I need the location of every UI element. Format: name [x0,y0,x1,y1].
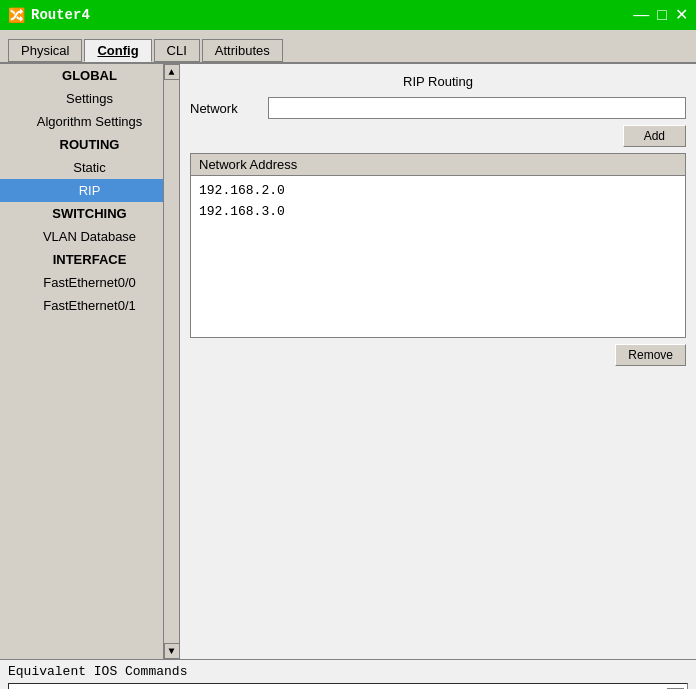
table-row[interactable]: 192.168.2.0 [199,180,677,201]
bottom-section: Equivalent IOS Commands Router>enable Ro… [0,659,696,689]
remove-btn-wrapper: Remove [190,344,686,366]
sidebar-item-algorithm-settings[interactable]: Algorithm Settings [0,110,179,133]
remove-button[interactable]: Remove [615,344,686,366]
scroll-down-arrow[interactable]: ▼ [164,643,180,659]
network-label: Network [190,101,260,116]
tab-config[interactable]: Config [84,39,151,62]
tab-cli[interactable]: CLI [154,39,200,62]
tab-attributes[interactable]: Attributes [202,39,283,62]
sidebar-item-settings[interactable]: Settings [0,87,179,110]
network-input[interactable] [268,97,686,119]
minimize-button[interactable]: — [633,7,649,23]
sidebar-inner: GLOBAL Settings Algorithm Settings ROUTI… [0,64,179,659]
console-area: Router>enable Router# Router#configure t… [8,683,688,689]
tabbar: Physical Config CLI Attributes [0,30,696,64]
sidebar-item-fastethernet01[interactable]: FastEthernet0/1 [0,294,179,317]
scroll-up-arrow[interactable]: ▲ [164,64,180,80]
app-icon: 🔀 [8,7,25,24]
sidebar: GLOBAL Settings Algorithm Settings ROUTI… [0,64,180,659]
titlebar-left: 🔀 Router4 [8,7,90,24]
sidebar-item-routing-header: ROUTING [0,133,179,156]
sidebar-item-static[interactable]: Static [0,156,179,179]
add-btn-wrapper: Add [190,125,686,147]
sidebar-item-rip[interactable]: RIP [0,179,179,202]
panel-title: RIP Routing [190,74,686,89]
network-table-body: 192.168.2.0 192.168.3.0 [191,176,685,226]
app-title: Router4 [31,7,90,23]
network-row: Network [190,97,686,119]
sidebar-item-interface-header: INTERFACE [0,248,179,271]
sidebar-item-vlan-database[interactable]: VLAN Database [0,225,179,248]
bottom-title: Equivalent IOS Commands [8,664,688,679]
network-table: Network Address 192.168.2.0 192.168.3.0 [190,153,686,338]
sidebar-item-fastethernet00[interactable]: FastEthernet0/0 [0,271,179,294]
tab-physical[interactable]: Physical [8,39,82,62]
add-button[interactable]: Add [623,125,686,147]
titlebar-controls: — □ ✕ [633,7,688,23]
sidebar-item-global: GLOBAL [0,64,179,87]
sidebar-scrollbar: ▲ ▼ [163,64,179,659]
table-row[interactable]: 192.168.3.0 [199,201,677,222]
content-panel: RIP Routing Network Add Network Address … [180,64,696,659]
sidebar-item-switching-header: SWITCHING [0,202,179,225]
network-table-header: Network Address [191,154,685,176]
close-button[interactable]: ✕ [675,7,688,23]
main-area: GLOBAL Settings Algorithm Settings ROUTI… [0,64,696,659]
titlebar: 🔀 Router4 — □ ✕ [0,0,696,30]
maximize-button[interactable]: □ [657,7,667,23]
